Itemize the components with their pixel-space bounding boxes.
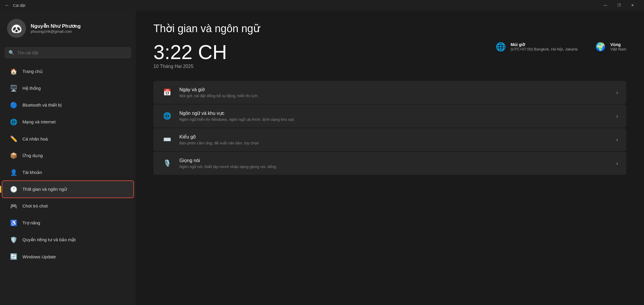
giong-noi-arrow-icon: › [616, 160, 618, 167]
sidebar-item-mang[interactable]: 🌐Mạng và internet [2, 114, 133, 130]
sidebar-item-label-tro-nang: Trợ năng [22, 220, 40, 226]
sidebar-item-trang-chu[interactable]: 🏠Trang chủ [2, 63, 133, 80]
search-box[interactable]: 🔍 [5, 47, 131, 58]
he-thong-icon: 🖥️ [9, 84, 18, 92]
user-email: phuongzmk@gmail.com [31, 29, 81, 34]
clock-date: 10 Tháng Hai 2025 [153, 64, 227, 69]
sidebar-item-choi-tro-choi[interactable]: 🎮Chơi trò chơi [2, 198, 133, 214]
tro-nang-icon: ♿ [9, 219, 18, 227]
ngon-ngu-khu-vuc-text: Ngôn ngữ và khu vựcNgôn ngữ hiển thị Win… [179, 110, 609, 122]
sidebar-item-label-choi-tro-choi: Chơi trò chơi [22, 203, 48, 209]
sidebar-item-quyen-rieng-tu[interactable]: 🛡️Quyền riêng tư và bảo mật [2, 231, 133, 248]
ngon-ngu-khu-vuc-icon: 🌐 [162, 111, 172, 121]
timezone-text: Múi giờ (UTC+07:00) Bangkok, Hà Nội, Jak… [511, 42, 578, 51]
region-value: Việt Nam [610, 47, 626, 51]
giong-noi-icon: 🎙️ [162, 158, 172, 169]
kieu-go-arrow-icon: › [616, 137, 618, 143]
titlebar: ← Cài đặt — ❐ ✕ [0, 0, 644, 11]
clock-right: 🌐 Múi giờ (UTC+07:00) Bangkok, Hà Nội, J… [496, 42, 626, 52]
choi-tro-choi-icon: 🎮 [9, 202, 18, 210]
clock-left: 3:22 CH 10 Tháng Hai 2025 [153, 42, 227, 69]
kieu-go-text: Kiểu gõBàn phím cảm ứng, đề xuất văn bản… [179, 134, 609, 145]
minimize-button[interactable]: — [599, 0, 612, 11]
sidebar-item-label-trang-chu: Trang chủ [22, 69, 43, 74]
bluetooth-icon: 🔵 [9, 101, 18, 109]
titlebar-left: ← Cài đặt [5, 3, 25, 8]
kieu-go-icon: ⌨️ [162, 134, 172, 145]
clock-time: 3:22 CH [153, 42, 227, 62]
sidebar: 🐼 Nguyễn Như Phương phuongzmk@gmail.com … [0, 11, 136, 305]
sidebar-item-label-tai-khoan: Tài khoản [22, 170, 42, 175]
timezone-label: Múi giờ [511, 42, 578, 47]
ngay-gio-title: Ngày và giờ [179, 87, 609, 92]
sidebar-item-bluetooth[interactable]: 🔵Bluetooth và thiết bị [2, 97, 133, 113]
settings-item-ngon-ngu-khu-vuc[interactable]: 🌐Ngôn ngữ và khu vựcNgôn ngữ hiển thị Wi… [153, 105, 626, 128]
sidebar-item-label-quyen-rieng-tu: Quyền riêng tư và bảo mật [22, 237, 76, 242]
region-icon: 🌍 [595, 42, 606, 52]
close-button[interactable]: ✕ [626, 0, 639, 11]
ngay-gio-arrow-icon: › [616, 89, 618, 96]
giong-noi-title: Giọng nói [179, 158, 609, 163]
user-name: Nguyễn Như Phương [31, 23, 81, 29]
giong-noi-desc: Ngôn ngữ nói, thiết lập micrô nhận dạng … [179, 164, 609, 169]
sidebar-item-label-he-thong: Hệ thống [22, 86, 41, 91]
sidebar-item-label-bluetooth: Bluetooth và thiết bị [22, 102, 62, 108]
titlebar-title: Cài đặt [13, 3, 25, 8]
sidebar-item-ca-nhan-hoa[interactable]: ✏️Cá nhân hoá [2, 131, 133, 147]
timezone-icon: 🌐 [496, 42, 506, 52]
user-profile[interactable]: 🐼 Nguyễn Như Phương phuongzmk@gmail.com [0, 11, 136, 45]
page-title: Thời gian và ngôn ngữ [153, 22, 626, 35]
ung-dung-icon: 📦 [9, 151, 18, 160]
ngon-ngu-khu-vuc-title: Ngôn ngữ và khu vực [179, 110, 609, 116]
titlebar-controls: — ❐ ✕ [599, 0, 639, 11]
thoi-gian-icon: 🕐 [9, 185, 18, 193]
search-icon: 🔍 [9, 50, 14, 56]
region-text: Vùng Việt Nam [610, 42, 626, 51]
ngay-gio-text: Ngày và giờMúi giờ, cài đặt đồng hồ tự đ… [179, 87, 609, 98]
quyen-rieng-tu-icon: 🛡️ [9, 236, 18, 244]
main-content: Thời gian và ngôn ngữ 3:22 CH 10 Tháng H… [136, 11, 644, 305]
kieu-go-title: Kiểu gõ [179, 134, 609, 140]
sidebar-item-label-windows-update: Windows Update [22, 254, 56, 259]
mang-icon: 🌐 [9, 118, 18, 126]
sidebar-item-label-mang: Mạng và internet [22, 119, 55, 125]
ngay-gio-icon: 📅 [162, 87, 172, 98]
kieu-go-desc: Bàn phím cảm ứng, đề xuất văn bản, tùy c… [179, 141, 609, 145]
search-input[interactable] [17, 50, 127, 55]
sidebar-item-thoi-gian[interactable]: 🕐Thời gian và ngôn ngữ [2, 181, 133, 198]
trang-chu-icon: 🏠 [9, 67, 18, 76]
sidebar-item-label-ca-nhan-hoa: Cá nhân hoá [22, 136, 48, 141]
giong-noi-text: Giọng nóiNgôn ngữ nói, thiết lập micrô n… [179, 158, 609, 169]
user-info: Nguyễn Như Phương phuongzmk@gmail.com [31, 23, 81, 34]
app-container: 🐼 Nguyễn Như Phương phuongzmk@gmail.com … [0, 11, 644, 305]
avatar: 🐼 [7, 19, 26, 38]
back-button[interactable]: ← [5, 3, 9, 8]
sidebar-item-windows-update[interactable]: 🔄Windows Update [2, 248, 133, 265]
sidebar-item-tro-nang[interactable]: ♿Trợ năng [2, 215, 133, 231]
ngon-ngu-khu-vuc-arrow-icon: › [616, 113, 618, 119]
settings-item-giong-noi[interactable]: 🎙️Giọng nóiNgôn ngữ nói, thiết lập micrô… [153, 152, 626, 175]
region-info: 🌍 Vùng Việt Nam [595, 42, 626, 52]
timezone-value: (UTC+07:00) Bangkok, Hà Nội, Jakarta [511, 47, 578, 51]
sidebar-item-ung-dung[interactable]: 📦Ứng dụng [2, 147, 133, 164]
sidebar-item-he-thong[interactable]: 🖥️Hệ thống [2, 80, 133, 97]
sidebar-item-tai-khoan[interactable]: 👤Tài khoản [2, 164, 133, 181]
region-label: Vùng [610, 42, 626, 47]
sidebar-item-label-thoi-gian: Thời gian và ngôn ngữ [22, 187, 67, 192]
ca-nhan-hoa-icon: ✏️ [9, 135, 18, 143]
timezone-info: 🌐 Múi giờ (UTC+07:00) Bangkok, Hà Nội, J… [496, 42, 578, 52]
tai-khoan-icon: 👤 [9, 168, 18, 177]
sidebar-item-label-ung-dung: Ứng dụng [22, 153, 43, 158]
settings-item-ngay-gio[interactable]: 📅Ngày và giờMúi giờ, cài đặt đồng hồ tự … [153, 81, 626, 104]
windows-update-icon: 🔄 [9, 252, 18, 261]
maximize-button[interactable]: ❐ [612, 0, 626, 11]
ngon-ngu-khu-vuc-desc: Ngôn ngữ hiển thị Windows, ngôn ngữ ưa t… [179, 117, 609, 122]
ngay-gio-desc: Múi giờ, cài đặt đồng hồ tự động, hiển t… [179, 94, 609, 98]
clock-section: 3:22 CH 10 Tháng Hai 2025 🌐 Múi giờ (UTC… [153, 42, 626, 69]
sidebar-nav: 🏠Trang chủ🖥️Hệ thống🔵Bluetooth và thiết … [0, 63, 136, 265]
settings-list: 📅Ngày và giờMúi giờ, cài đặt đồng hồ tự … [153, 81, 626, 175]
settings-item-kieu-go[interactable]: ⌨️Kiểu gõBàn phím cảm ứng, đề xuất văn b… [153, 128, 626, 151]
